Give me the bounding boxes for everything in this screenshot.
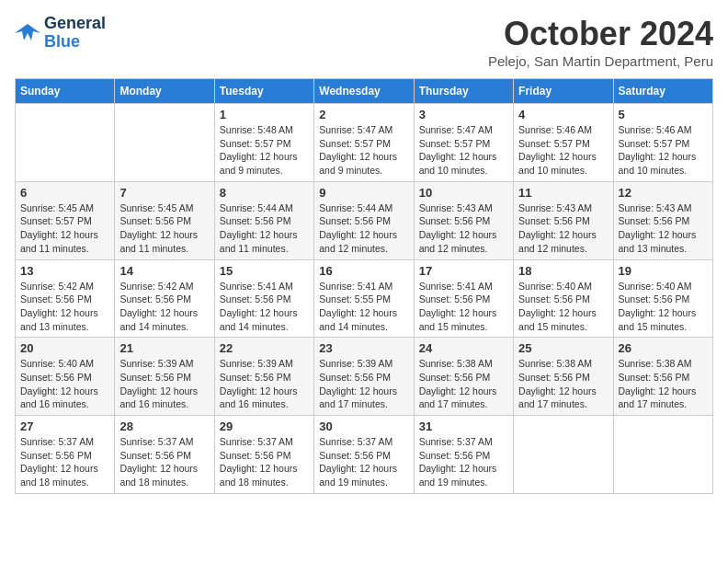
- day-info: Sunrise: 5:43 AMSunset: 5:56 PMDaylight:…: [419, 201, 508, 256]
- day-cell: 30Sunrise: 5:37 AMSunset: 5:56 PMDayligh…: [314, 416, 414, 494]
- day-cell: 14Sunrise: 5:42 AMSunset: 5:56 PMDayligh…: [115, 259, 214, 338]
- day-info: Sunrise: 5:46 AMSunset: 5:57 PMDaylight:…: [518, 123, 608, 178]
- day-cell: 16Sunrise: 5:41 AMSunset: 5:55 PMDayligh…: [314, 259, 414, 338]
- day-info: Sunrise: 5:38 AMSunset: 5:56 PMDaylight:…: [619, 357, 708, 411]
- day-info: Sunrise: 5:44 AMSunset: 5:56 PMDaylight:…: [220, 201, 309, 256]
- day-cell: 28Sunrise: 5:37 AMSunset: 5:56 PMDayligh…: [115, 416, 214, 494]
- day-info: Sunrise: 5:39 AMSunset: 5:56 PMDaylight:…: [220, 357, 309, 411]
- day-number: 16: [319, 264, 408, 278]
- day-info: Sunrise: 5:40 AMSunset: 5:56 PMDaylight:…: [518, 280, 608, 334]
- weekday-header-tuesday: Tuesday: [214, 79, 313, 104]
- day-info: Sunrise: 5:37 AMSunset: 5:56 PMDaylight:…: [119, 435, 209, 489]
- day-number: 9: [319, 186, 408, 200]
- day-info: Sunrise: 5:46 AMSunset: 5:57 PMDaylight:…: [619, 123, 708, 178]
- day-cell: 3Sunrise: 5:47 AMSunset: 5:57 PMDaylight…: [414, 104, 513, 182]
- day-info: Sunrise: 5:39 AMSunset: 5:56 PMDaylight:…: [119, 357, 209, 411]
- day-cell: 9Sunrise: 5:44 AMSunset: 5:56 PMDaylight…: [314, 181, 414, 259]
- day-number: 26: [619, 341, 708, 355]
- day-cell: [613, 416, 712, 494]
- day-cell: 31Sunrise: 5:37 AMSunset: 5:56 PMDayligh…: [414, 416, 513, 494]
- svg-marker-0: [15, 24, 40, 40]
- month-title: October 2024: [488, 15, 713, 53]
- day-info: Sunrise: 5:45 AMSunset: 5:57 PMDaylight:…: [20, 201, 109, 256]
- day-info: Sunrise: 5:43 AMSunset: 5:56 PMDaylight:…: [619, 201, 708, 256]
- day-number: 22: [220, 341, 309, 355]
- weekday-header-saturday: Saturday: [613, 79, 712, 104]
- day-cell: 19Sunrise: 5:40 AMSunset: 5:56 PMDayligh…: [613, 259, 712, 338]
- day-number: 31: [419, 419, 508, 433]
- day-number: 13: [20, 264, 109, 278]
- day-number: 4: [518, 108, 608, 121]
- week-row-1: 1Sunrise: 5:48 AMSunset: 5:57 PMDaylight…: [16, 104, 713, 182]
- day-number: 19: [619, 264, 708, 278]
- day-cell: [115, 104, 214, 182]
- day-cell: [514, 416, 613, 494]
- day-info: Sunrise: 5:48 AMSunset: 5:57 PMDaylight:…: [220, 123, 309, 178]
- day-number: 28: [119, 419, 209, 433]
- day-info: Sunrise: 5:37 AMSunset: 5:56 PMDaylight:…: [419, 435, 508, 489]
- day-cell: 20Sunrise: 5:40 AMSunset: 5:56 PMDayligh…: [16, 338, 115, 416]
- day-info: Sunrise: 5:40 AMSunset: 5:56 PMDaylight:…: [20, 357, 109, 411]
- day-info: Sunrise: 5:37 AMSunset: 5:56 PMDaylight:…: [319, 435, 408, 489]
- day-number: 25: [518, 341, 608, 355]
- day-number: 21: [119, 341, 209, 355]
- day-number: 27: [20, 419, 109, 433]
- day-cell: 23Sunrise: 5:39 AMSunset: 5:56 PMDayligh…: [314, 338, 414, 416]
- day-info: Sunrise: 5:45 AMSunset: 5:56 PMDaylight:…: [119, 201, 209, 256]
- day-info: Sunrise: 5:37 AMSunset: 5:56 PMDaylight:…: [220, 435, 309, 489]
- day-number: 12: [619, 186, 708, 200]
- day-number: 30: [319, 419, 408, 433]
- day-number: 15: [220, 264, 309, 278]
- weekday-header-friday: Friday: [514, 79, 613, 104]
- day-cell: 4Sunrise: 5:46 AMSunset: 5:57 PMDaylight…: [514, 104, 613, 182]
- day-cell: 21Sunrise: 5:39 AMSunset: 5:56 PMDayligh…: [115, 338, 214, 416]
- day-cell: 27Sunrise: 5:37 AMSunset: 5:56 PMDayligh…: [16, 416, 115, 494]
- day-cell: 7Sunrise: 5:45 AMSunset: 5:56 PMDaylight…: [115, 181, 214, 259]
- day-cell: 24Sunrise: 5:38 AMSunset: 5:56 PMDayligh…: [414, 338, 513, 416]
- day-info: Sunrise: 5:44 AMSunset: 5:56 PMDaylight:…: [319, 201, 408, 256]
- day-number: 6: [20, 186, 109, 200]
- logo-icon: [15, 20, 40, 46]
- day-info: Sunrise: 5:38 AMSunset: 5:56 PMDaylight:…: [419, 357, 508, 411]
- day-cell: 5Sunrise: 5:46 AMSunset: 5:57 PMDaylight…: [613, 104, 712, 182]
- day-number: 24: [419, 341, 508, 355]
- week-row-3: 13Sunrise: 5:42 AMSunset: 5:56 PMDayligh…: [16, 259, 713, 338]
- calendar-table: SundayMondayTuesdayWednesdayThursdayFrid…: [15, 78, 713, 494]
- day-cell: 10Sunrise: 5:43 AMSunset: 5:56 PMDayligh…: [414, 181, 513, 259]
- weekday-header-wednesday: Wednesday: [314, 79, 414, 104]
- weekday-header-thursday: Thursday: [414, 79, 513, 104]
- day-info: Sunrise: 5:43 AMSunset: 5:56 PMDaylight:…: [518, 201, 608, 256]
- location-subtitle: Pelejo, San Martin Department, Peru: [488, 53, 713, 69]
- day-cell: 13Sunrise: 5:42 AMSunset: 5:56 PMDayligh…: [16, 259, 115, 338]
- day-number: 20: [20, 341, 109, 355]
- day-number: 3: [419, 108, 508, 121]
- day-cell: 12Sunrise: 5:43 AMSunset: 5:56 PMDayligh…: [613, 181, 712, 259]
- day-number: 8: [220, 186, 309, 200]
- day-number: 10: [419, 186, 508, 200]
- day-cell: 2Sunrise: 5:47 AMSunset: 5:57 PMDaylight…: [314, 104, 414, 182]
- logo: General Blue: [15, 15, 106, 52]
- day-info: Sunrise: 5:47 AMSunset: 5:57 PMDaylight:…: [319, 123, 408, 178]
- logo-text: General Blue: [44, 15, 106, 52]
- day-cell: 25Sunrise: 5:38 AMSunset: 5:56 PMDayligh…: [514, 338, 613, 416]
- week-row-5: 27Sunrise: 5:37 AMSunset: 5:56 PMDayligh…: [16, 416, 713, 494]
- day-cell: 6Sunrise: 5:45 AMSunset: 5:57 PMDaylight…: [16, 181, 115, 259]
- day-number: 14: [119, 264, 209, 278]
- day-info: Sunrise: 5:42 AMSunset: 5:56 PMDaylight:…: [119, 280, 209, 334]
- day-number: 17: [419, 264, 508, 278]
- day-info: Sunrise: 5:41 AMSunset: 5:55 PMDaylight:…: [319, 280, 408, 334]
- day-info: Sunrise: 5:47 AMSunset: 5:57 PMDaylight:…: [419, 123, 508, 178]
- day-info: Sunrise: 5:37 AMSunset: 5:56 PMDaylight:…: [20, 435, 109, 489]
- day-number: 23: [319, 341, 408, 355]
- day-number: 11: [518, 186, 608, 200]
- weekday-header-sunday: Sunday: [16, 79, 115, 104]
- day-cell: 17Sunrise: 5:41 AMSunset: 5:56 PMDayligh…: [414, 259, 513, 338]
- weekday-header-row: SundayMondayTuesdayWednesdayThursdayFrid…: [16, 79, 713, 104]
- day-info: Sunrise: 5:38 AMSunset: 5:56 PMDaylight:…: [518, 357, 608, 411]
- page-header: General Blue October 2024 Pelejo, San Ma…: [15, 15, 713, 69]
- day-number: 1: [220, 108, 309, 121]
- day-cell: 8Sunrise: 5:44 AMSunset: 5:56 PMDaylight…: [214, 181, 313, 259]
- day-info: Sunrise: 5:41 AMSunset: 5:56 PMDaylight:…: [220, 280, 309, 334]
- day-cell: 18Sunrise: 5:40 AMSunset: 5:56 PMDayligh…: [514, 259, 613, 338]
- week-row-2: 6Sunrise: 5:45 AMSunset: 5:57 PMDaylight…: [16, 181, 713, 259]
